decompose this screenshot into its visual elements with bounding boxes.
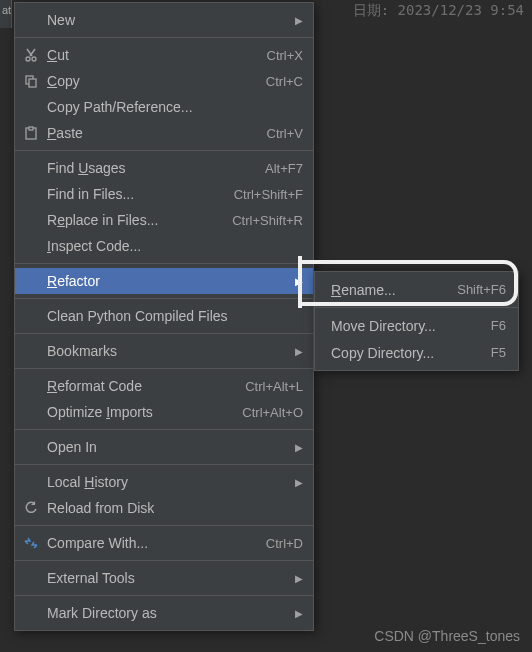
svg-point-1: [32, 57, 36, 61]
blank-icon: [19, 211, 43, 229]
chevron-right-icon: ▶: [293, 477, 303, 488]
menu-item-label: Bookmarks: [43, 343, 293, 359]
blank-icon: [19, 11, 43, 29]
menu-item-label: Mark Directory as: [43, 605, 293, 621]
menu-item-shortcut: Ctrl+Alt+O: [232, 405, 303, 420]
submenu-copy-dir[interactable]: Copy Directory...F5: [315, 339, 518, 366]
menu-find-usages[interactable]: Find UsagesAlt+F7: [15, 155, 313, 181]
menu-item-label: Refactor: [43, 273, 293, 289]
menu-item-shortcut: Ctrl+D: [256, 536, 303, 551]
menu-local-history[interactable]: Local History▶: [15, 469, 313, 495]
menu-item-label: New: [43, 12, 293, 28]
menu-separator: [15, 263, 313, 264]
blank-icon: [19, 438, 43, 456]
menu-item-shortcut: Ctrl+Shift+R: [222, 213, 303, 228]
blank-icon: [19, 237, 43, 255]
watermark: CSDN @ThreeS_tones: [374, 628, 520, 644]
menu-clean-pyc[interactable]: Clean Python Compiled Files: [15, 303, 313, 329]
menu-open-in[interactable]: Open In▶: [15, 434, 313, 460]
menu-item-shortcut: Ctrl+Alt+L: [235, 379, 303, 394]
svg-point-0: [26, 57, 30, 61]
menu-mark-dir[interactable]: Mark Directory as▶: [15, 600, 313, 626]
menu-find-in-files[interactable]: Find in Files...Ctrl+Shift+F: [15, 181, 313, 207]
menu-item-label: Paste: [43, 125, 257, 141]
menu-item-label: Copy: [43, 73, 256, 89]
blank-icon: [19, 403, 43, 421]
menu-item-shortcut: F5: [481, 345, 506, 360]
blank-icon: [19, 569, 43, 587]
menu-separator: [15, 298, 313, 299]
menu-item-shortcut: Ctrl+V: [257, 126, 303, 141]
svg-rect-3: [29, 79, 36, 87]
menu-item-shortcut: Alt+F7: [255, 161, 303, 176]
menu-compare-with[interactable]: Compare With...Ctrl+D: [15, 530, 313, 556]
menu-separator: [15, 595, 313, 596]
blank-icon: [19, 272, 43, 290]
menu-replace-in-files[interactable]: Replace in Files...Ctrl+Shift+R: [15, 207, 313, 233]
svg-rect-5: [29, 127, 33, 130]
menu-item-label: Rename...: [327, 282, 447, 298]
menu-separator: [15, 525, 313, 526]
menu-item-label: Clean Python Compiled Files: [43, 308, 303, 324]
menu-separator: [15, 429, 313, 430]
refactor-submenu: Rename...Shift+F6Move Directory...F6Copy…: [314, 271, 519, 371]
menu-item-label: Move Directory...: [327, 318, 481, 334]
chevron-right-icon: ▶: [293, 346, 303, 357]
blank-icon: [19, 185, 43, 203]
menu-separator: [15, 464, 313, 465]
menu-refactor[interactable]: Refactor▶: [15, 268, 313, 294]
menu-item-label: Replace in Files...: [43, 212, 222, 228]
copy-icon: [19, 72, 43, 90]
blank-icon: [19, 377, 43, 395]
menu-separator: [15, 368, 313, 369]
reload-icon: [19, 499, 43, 517]
blank-icon: [19, 159, 43, 177]
menu-item-label: Copy Path/Reference...: [43, 99, 303, 115]
menu-item-label: Cut: [43, 47, 257, 63]
menu-copy[interactable]: CopyCtrl+C: [15, 68, 313, 94]
tab-edge: at: [0, 0, 12, 28]
menu-separator: [15, 560, 313, 561]
blank-icon: [19, 342, 43, 360]
menu-item-shortcut: Ctrl+Shift+F: [224, 187, 303, 202]
context-menu: New▶CutCtrl+XCopyCtrl+CCopy Path/Referen…: [14, 2, 314, 631]
paste-icon: [19, 124, 43, 142]
menu-item-shortcut: F6: [481, 318, 506, 333]
menu-item-label: Compare With...: [43, 535, 256, 551]
blank-icon: [19, 473, 43, 491]
menu-item-shortcut: Ctrl+X: [257, 48, 303, 63]
menu-separator: [15, 37, 313, 38]
menu-item-label: Reload from Disk: [43, 500, 303, 516]
menu-optimize-imports[interactable]: Optimize ImportsCtrl+Alt+O: [15, 399, 313, 425]
menu-item-shortcut: Shift+F6: [447, 282, 506, 297]
submenu-move-dir[interactable]: Move Directory...F6: [315, 312, 518, 339]
submenu-rename[interactable]: Rename...Shift+F6: [315, 276, 518, 303]
blank-icon: [19, 98, 43, 116]
menu-paste[interactable]: PasteCtrl+V: [15, 120, 313, 146]
menu-item-label: Optimize Imports: [43, 404, 232, 420]
title-date: 日期: 2023/12/23 9:54: [345, 0, 532, 22]
menu-reformat[interactable]: Reformat CodeCtrl+Alt+L: [15, 373, 313, 399]
menu-cut[interactable]: CutCtrl+X: [15, 42, 313, 68]
chevron-right-icon: ▶: [293, 608, 303, 619]
menu-item-label: Local History: [43, 474, 293, 490]
chevron-right-icon: ▶: [293, 276, 303, 287]
menu-item-label: External Tools: [43, 570, 293, 586]
chevron-right-icon: ▶: [293, 15, 303, 26]
menu-external-tools[interactable]: External Tools▶: [15, 565, 313, 591]
cut-icon: [19, 46, 43, 64]
menu-item-label: Open In: [43, 439, 293, 455]
menu-separator: [315, 307, 518, 308]
menu-copy-path[interactable]: Copy Path/Reference...: [15, 94, 313, 120]
menu-item-label: Reformat Code: [43, 378, 235, 394]
menu-item-label: Copy Directory...: [327, 345, 481, 361]
menu-item-label: Inspect Code...: [43, 238, 303, 254]
menu-inspect-code[interactable]: Inspect Code...: [15, 233, 313, 259]
menu-separator: [15, 150, 313, 151]
blank-icon: [19, 307, 43, 325]
menu-reload-disk[interactable]: Reload from Disk: [15, 495, 313, 521]
menu-item-label: Find Usages: [43, 160, 255, 176]
menu-separator: [15, 333, 313, 334]
menu-new[interactable]: New▶: [15, 7, 313, 33]
menu-bookmarks[interactable]: Bookmarks▶: [15, 338, 313, 364]
